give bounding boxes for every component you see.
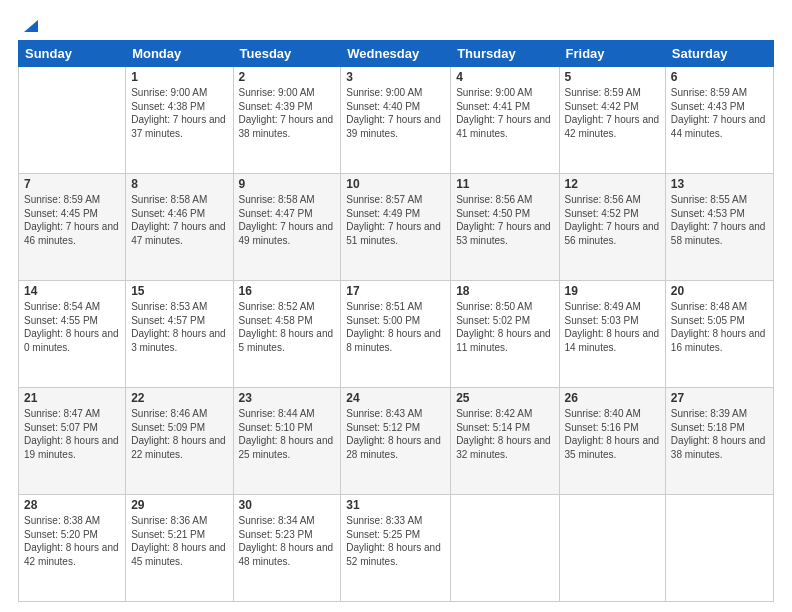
calendar-cell <box>451 495 559 602</box>
cell-date: 17 <box>346 284 445 298</box>
logo <box>18 16 38 30</box>
calendar-week-row: 7Sunrise: 8:59 AMSunset: 4:45 PMDaylight… <box>19 174 774 281</box>
cell-info: Sunrise: 8:56 AMSunset: 4:50 PMDaylight:… <box>456 194 551 246</box>
cell-date: 1 <box>131 70 227 84</box>
calendar-week-row: 28Sunrise: 8:38 AMSunset: 5:20 PMDayligh… <box>19 495 774 602</box>
calendar-cell <box>665 495 773 602</box>
calendar-cell: 5Sunrise: 8:59 AMSunset: 4:42 PMDaylight… <box>559 67 665 174</box>
cell-info: Sunrise: 9:00 AMSunset: 4:39 PMDaylight:… <box>239 87 334 139</box>
cell-date: 7 <box>24 177 120 191</box>
cell-date: 3 <box>346 70 445 84</box>
cell-info: Sunrise: 9:00 AMSunset: 4:41 PMDaylight:… <box>456 87 551 139</box>
cell-info: Sunrise: 8:38 AMSunset: 5:20 PMDaylight:… <box>24 515 119 567</box>
calendar-cell: 15Sunrise: 8:53 AMSunset: 4:57 PMDayligh… <box>126 281 233 388</box>
cell-info: Sunrise: 8:59 AMSunset: 4:45 PMDaylight:… <box>24 194 119 246</box>
calendar-cell: 7Sunrise: 8:59 AMSunset: 4:45 PMDaylight… <box>19 174 126 281</box>
calendar-cell: 18Sunrise: 8:50 AMSunset: 5:02 PMDayligh… <box>451 281 559 388</box>
calendar-cell: 31Sunrise: 8:33 AMSunset: 5:25 PMDayligh… <box>341 495 451 602</box>
cell-date: 16 <box>239 284 336 298</box>
header-saturday: Saturday <box>665 41 773 67</box>
cell-date: 14 <box>24 284 120 298</box>
calendar-cell: 30Sunrise: 8:34 AMSunset: 5:23 PMDayligh… <box>233 495 341 602</box>
calendar-week-row: 21Sunrise: 8:47 AMSunset: 5:07 PMDayligh… <box>19 388 774 495</box>
cell-info: Sunrise: 8:33 AMSunset: 5:25 PMDaylight:… <box>346 515 441 567</box>
cell-info: Sunrise: 9:00 AMSunset: 4:38 PMDaylight:… <box>131 87 226 139</box>
cell-info: Sunrise: 8:36 AMSunset: 5:21 PMDaylight:… <box>131 515 226 567</box>
calendar-cell: 19Sunrise: 8:49 AMSunset: 5:03 PMDayligh… <box>559 281 665 388</box>
cell-info: Sunrise: 8:59 AMSunset: 4:43 PMDaylight:… <box>671 87 766 139</box>
cell-date: 22 <box>131 391 227 405</box>
cell-info: Sunrise: 8:52 AMSunset: 4:58 PMDaylight:… <box>239 301 334 353</box>
cell-date: 29 <box>131 498 227 512</box>
calendar-cell: 29Sunrise: 8:36 AMSunset: 5:21 PMDayligh… <box>126 495 233 602</box>
cell-info: Sunrise: 8:40 AMSunset: 5:16 PMDaylight:… <box>565 408 660 460</box>
calendar-cell: 26Sunrise: 8:40 AMSunset: 5:16 PMDayligh… <box>559 388 665 495</box>
header-thursday: Thursday <box>451 41 559 67</box>
cell-info: Sunrise: 8:56 AMSunset: 4:52 PMDaylight:… <box>565 194 660 246</box>
calendar-cell <box>19 67 126 174</box>
cell-info: Sunrise: 8:42 AMSunset: 5:14 PMDaylight:… <box>456 408 551 460</box>
cell-info: Sunrise: 8:53 AMSunset: 4:57 PMDaylight:… <box>131 301 226 353</box>
calendar-cell: 23Sunrise: 8:44 AMSunset: 5:10 PMDayligh… <box>233 388 341 495</box>
cell-date: 21 <box>24 391 120 405</box>
calendar-cell: 10Sunrise: 8:57 AMSunset: 4:49 PMDayligh… <box>341 174 451 281</box>
calendar-cell: 8Sunrise: 8:58 AMSunset: 4:46 PMDaylight… <box>126 174 233 281</box>
cell-info: Sunrise: 8:43 AMSunset: 5:12 PMDaylight:… <box>346 408 441 460</box>
cell-date: 11 <box>456 177 553 191</box>
cell-date: 27 <box>671 391 768 405</box>
cell-date: 20 <box>671 284 768 298</box>
calendar-week-row: 14Sunrise: 8:54 AMSunset: 4:55 PMDayligh… <box>19 281 774 388</box>
calendar-page: Sunday Monday Tuesday Wednesday Thursday… <box>0 0 792 612</box>
cell-date: 30 <box>239 498 336 512</box>
cell-date: 13 <box>671 177 768 191</box>
calendar-cell: 12Sunrise: 8:56 AMSunset: 4:52 PMDayligh… <box>559 174 665 281</box>
cell-info: Sunrise: 8:46 AMSunset: 5:09 PMDaylight:… <box>131 408 226 460</box>
cell-date: 15 <box>131 284 227 298</box>
calendar-cell: 6Sunrise: 8:59 AMSunset: 4:43 PMDaylight… <box>665 67 773 174</box>
cell-date: 12 <box>565 177 660 191</box>
header-wednesday: Wednesday <box>341 41 451 67</box>
cell-date: 23 <box>239 391 336 405</box>
calendar-cell: 22Sunrise: 8:46 AMSunset: 5:09 PMDayligh… <box>126 388 233 495</box>
logo-icon <box>20 16 38 34</box>
cell-info: Sunrise: 8:47 AMSunset: 5:07 PMDaylight:… <box>24 408 119 460</box>
cell-date: 24 <box>346 391 445 405</box>
cell-info: Sunrise: 8:59 AMSunset: 4:42 PMDaylight:… <box>565 87 660 139</box>
calendar-cell: 3Sunrise: 9:00 AMSunset: 4:40 PMDaylight… <box>341 67 451 174</box>
cell-info: Sunrise: 8:57 AMSunset: 4:49 PMDaylight:… <box>346 194 441 246</box>
cell-info: Sunrise: 8:55 AMSunset: 4:53 PMDaylight:… <box>671 194 766 246</box>
cell-info: Sunrise: 8:44 AMSunset: 5:10 PMDaylight:… <box>239 408 334 460</box>
calendar-cell: 2Sunrise: 9:00 AMSunset: 4:39 PMDaylight… <box>233 67 341 174</box>
calendar-week-row: 1Sunrise: 9:00 AMSunset: 4:38 PMDaylight… <box>19 67 774 174</box>
header-sunday: Sunday <box>19 41 126 67</box>
cell-info: Sunrise: 8:58 AMSunset: 4:46 PMDaylight:… <box>131 194 226 246</box>
calendar-cell: 20Sunrise: 8:48 AMSunset: 5:05 PMDayligh… <box>665 281 773 388</box>
calendar-cell: 1Sunrise: 9:00 AMSunset: 4:38 PMDaylight… <box>126 67 233 174</box>
cell-info: Sunrise: 8:34 AMSunset: 5:23 PMDaylight:… <box>239 515 334 567</box>
calendar-cell: 4Sunrise: 9:00 AMSunset: 4:41 PMDaylight… <box>451 67 559 174</box>
cell-info: Sunrise: 8:51 AMSunset: 5:00 PMDaylight:… <box>346 301 441 353</box>
cell-date: 19 <box>565 284 660 298</box>
cell-info: Sunrise: 9:00 AMSunset: 4:40 PMDaylight:… <box>346 87 441 139</box>
calendar-cell: 14Sunrise: 8:54 AMSunset: 4:55 PMDayligh… <box>19 281 126 388</box>
calendar-cell: 17Sunrise: 8:51 AMSunset: 5:00 PMDayligh… <box>341 281 451 388</box>
calendar-cell: 28Sunrise: 8:38 AMSunset: 5:20 PMDayligh… <box>19 495 126 602</box>
header-friday: Friday <box>559 41 665 67</box>
cell-info: Sunrise: 8:39 AMSunset: 5:18 PMDaylight:… <box>671 408 766 460</box>
calendar-table: Sunday Monday Tuesday Wednesday Thursday… <box>18 40 774 602</box>
cell-date: 26 <box>565 391 660 405</box>
header-tuesday: Tuesday <box>233 41 341 67</box>
cell-date: 6 <box>671 70 768 84</box>
calendar-cell: 24Sunrise: 8:43 AMSunset: 5:12 PMDayligh… <box>341 388 451 495</box>
cell-date: 10 <box>346 177 445 191</box>
svg-marker-0 <box>24 20 38 32</box>
calendar-cell: 16Sunrise: 8:52 AMSunset: 4:58 PMDayligh… <box>233 281 341 388</box>
cell-date: 25 <box>456 391 553 405</box>
cell-date: 8 <box>131 177 227 191</box>
cell-info: Sunrise: 8:58 AMSunset: 4:47 PMDaylight:… <box>239 194 334 246</box>
calendar-cell: 13Sunrise: 8:55 AMSunset: 4:53 PMDayligh… <box>665 174 773 281</box>
cell-info: Sunrise: 8:48 AMSunset: 5:05 PMDaylight:… <box>671 301 766 353</box>
calendar-cell: 9Sunrise: 8:58 AMSunset: 4:47 PMDaylight… <box>233 174 341 281</box>
calendar-cell: 11Sunrise: 8:56 AMSunset: 4:50 PMDayligh… <box>451 174 559 281</box>
calendar-cell <box>559 495 665 602</box>
